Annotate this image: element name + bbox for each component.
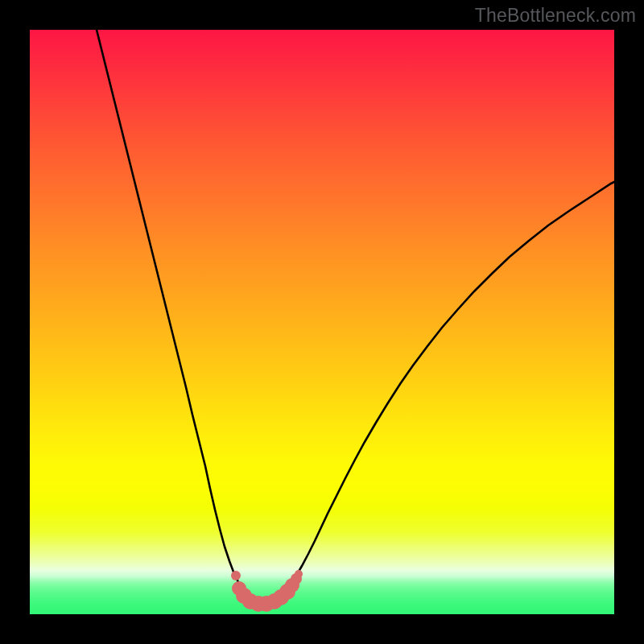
curve-markers bbox=[231, 570, 303, 612]
bottleneck-curve bbox=[97, 30, 614, 603]
chart-svg bbox=[30, 30, 614, 614]
watermark-text: TheBottleneck.com bbox=[475, 5, 636, 27]
curve-marker bbox=[231, 571, 241, 580]
chart-frame bbox=[30, 30, 614, 614]
curve-marker bbox=[295, 570, 303, 578]
